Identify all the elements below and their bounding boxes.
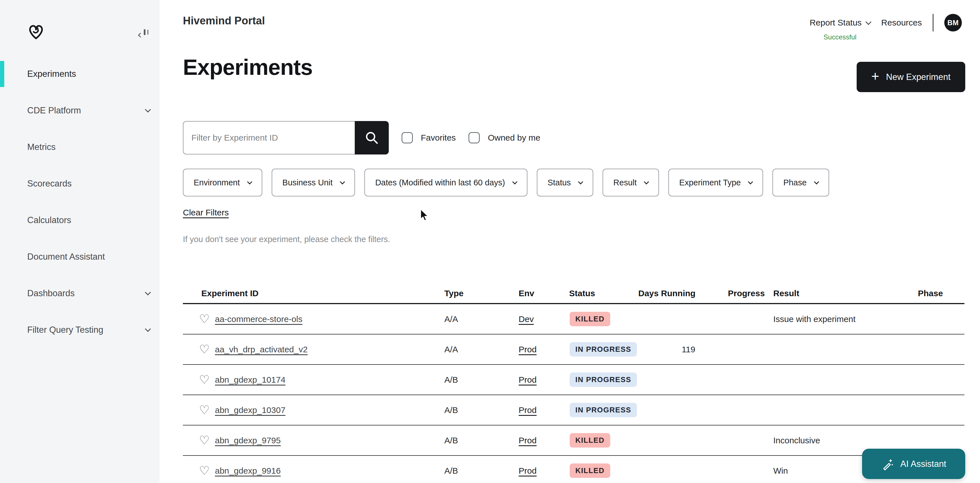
filter-dropdown-label: Status bbox=[547, 178, 571, 187]
favorite-button[interactable]: ♡ bbox=[183, 435, 212, 446]
heart-icon: ♡ bbox=[199, 373, 210, 386]
env-link[interactable]: Dev bbox=[516, 315, 534, 324]
filters-row: Environment Business Unit Dates (Modifie… bbox=[183, 168, 829, 196]
search-icon bbox=[364, 130, 379, 145]
filter-dropdown-label: Result bbox=[613, 178, 636, 187]
favorite-button[interactable]: ♡ bbox=[183, 343, 212, 356]
sidebar-collapse-button[interactable] bbox=[138, 26, 151, 38]
type-cell: A/B bbox=[442, 375, 516, 384]
table-header-row: Experiment ID Type Env Status Days Runni… bbox=[183, 283, 964, 304]
env-link[interactable]: Prod bbox=[516, 405, 536, 415]
sidebar-item[interactable]: Filter Query Testing bbox=[0, 311, 160, 348]
filter-dropdown[interactable]: Business Unit bbox=[272, 168, 355, 196]
filter-dropdown[interactable]: Experiment Type bbox=[668, 168, 763, 196]
chevron-down-icon bbox=[340, 179, 345, 184]
clear-filters-link[interactable]: Clear Filters bbox=[183, 208, 229, 218]
table-row: ♡ abn_gdexp_9916 A/B Prod KILLED Win bbox=[183, 456, 964, 483]
experiment-id-link[interactable]: abn_gdexp_9916 bbox=[212, 466, 442, 476]
sidebar-item[interactable]: CDE Platform bbox=[0, 92, 160, 129]
result-cell: Issue with experiment bbox=[770, 315, 915, 324]
chevron-down-icon bbox=[814, 179, 819, 184]
checkbox-group: Favorites Owned by me bbox=[389, 132, 540, 143]
table-row: ♡ abn_gdexp_10307 A/B Prod IN PROGRESS bbox=[183, 395, 964, 426]
column-header: Progress bbox=[725, 289, 770, 298]
type-cell: A/A bbox=[442, 315, 516, 324]
plus-icon: + bbox=[872, 70, 879, 83]
experiments-table-body: ♡ aa-commerce-store-ols A/A Dev KILLED I… bbox=[183, 304, 964, 483]
heart-logo-glyph bbox=[27, 23, 45, 41]
checkbox-icon[interactable] bbox=[401, 132, 413, 143]
heart-icon: ♡ bbox=[199, 404, 210, 417]
type-cell: A/B bbox=[442, 405, 516, 415]
filter-dropdown-label: Experiment Type bbox=[679, 178, 741, 187]
new-experiment-button[interactable]: + New Experiment bbox=[857, 62, 965, 92]
search-row: Favorites Owned by me bbox=[183, 121, 540, 154]
experiment-id-link[interactable]: aa_vh_drp_activated_v2 bbox=[212, 345, 442, 354]
env-link[interactable]: Prod bbox=[516, 436, 536, 445]
column-header: Result bbox=[770, 289, 915, 298]
ai-assistant-button[interactable]: AI Assistant bbox=[862, 449, 965, 479]
favorite-button[interactable]: ♡ bbox=[183, 374, 212, 386]
sidebar-item-label: Scorecards bbox=[27, 179, 72, 189]
column-header: Experiment ID bbox=[183, 289, 442, 298]
status-badge: IN PROGRESS bbox=[570, 342, 637, 357]
filter-dropdown[interactable]: Dates (Modified within last 60 days) bbox=[364, 168, 527, 196]
sidebar-item[interactable]: Metrics bbox=[0, 129, 160, 165]
checkbox-icon[interactable] bbox=[468, 132, 480, 143]
filter-dropdown-label: Environment bbox=[194, 178, 240, 187]
collapse-panel-icon bbox=[144, 29, 145, 35]
search-button[interactable] bbox=[355, 121, 389, 154]
experiment-id-filter-input[interactable] bbox=[183, 121, 355, 154]
days-running-cell: 119 bbox=[635, 345, 725, 354]
experiment-id-link[interactable]: abn_gdexp_10174 bbox=[212, 375, 442, 384]
filter-dropdown[interactable]: Environment bbox=[183, 168, 262, 196]
filter-dropdown-label: Phase bbox=[783, 178, 807, 187]
main-content: Hivemind Portal Report Status Successful… bbox=[160, 0, 980, 483]
filter-dropdown-label: Business Unit bbox=[282, 178, 332, 187]
status-badge: IN PROGRESS bbox=[570, 403, 637, 417]
user-avatar[interactable]: BM bbox=[944, 14, 962, 32]
sidebar-item[interactable]: Experiments bbox=[0, 56, 160, 92]
env-link[interactable]: Prod bbox=[516, 345, 536, 354]
filter-dropdown[interactable]: Phase bbox=[772, 168, 829, 196]
favorite-button[interactable]: ♡ bbox=[183, 404, 212, 416]
report-status-menu[interactable]: Report Status Successful bbox=[810, 18, 870, 27]
result-cell: Inconclusive bbox=[770, 436, 915, 445]
sidebar: Experiments CDE Platform Metrics Scoreca… bbox=[0, 0, 160, 483]
column-header: Days Running bbox=[635, 289, 725, 298]
sidebar-item-label: Experiments bbox=[27, 69, 76, 79]
chevron-down-icon bbox=[644, 179, 649, 184]
sidebar-item[interactable]: Dashboards bbox=[0, 275, 160, 311]
brand-logo-icon[interactable] bbox=[27, 23, 45, 41]
sidebar-item[interactable]: Calculators bbox=[0, 202, 160, 238]
experiment-id-link[interactable]: abn_gdexp_10307 bbox=[212, 405, 442, 415]
column-header: Status bbox=[566, 289, 635, 298]
app-root: Experiments CDE Platform Metrics Scoreca… bbox=[0, 0, 980, 483]
new-experiment-label: New Experiment bbox=[886, 72, 950, 82]
status-badge: KILLED bbox=[570, 464, 610, 478]
resources-link[interactable]: Resources bbox=[881, 18, 922, 27]
heart-icon: ♡ bbox=[199, 312, 210, 326]
experiment-id-link[interactable]: abn_gdexp_9795 bbox=[212, 436, 442, 445]
report-status-label: Report Status bbox=[810, 18, 861, 27]
search-group bbox=[183, 121, 389, 154]
filter-dropdown[interactable]: Status bbox=[537, 168, 593, 196]
filter-checkbox[interactable]: Owned by me bbox=[468, 132, 540, 143]
filter-checkbox[interactable]: Favorites bbox=[401, 132, 456, 143]
column-header: Env bbox=[516, 289, 566, 298]
env-link[interactable]: Prod bbox=[516, 466, 536, 476]
chevron-down-icon bbox=[145, 289, 151, 296]
filter-dropdown[interactable]: Result bbox=[603, 168, 659, 196]
sidebar-nav: Experiments CDE Platform Metrics Scoreca… bbox=[0, 56, 160, 348]
report-status-value: Successful bbox=[824, 33, 856, 41]
column-header: Type bbox=[442, 289, 516, 298]
env-link[interactable]: Prod bbox=[516, 375, 536, 384]
topbar-actions: Report Status Successful Resources BM bbox=[810, 14, 962, 32]
ai-assistant-label: AI Assistant bbox=[900, 459, 946, 469]
sidebar-item[interactable]: Document Assistant bbox=[0, 238, 160, 275]
favorite-button[interactable]: ♡ bbox=[183, 465, 212, 477]
chevron-down-icon bbox=[247, 179, 252, 184]
sidebar-item[interactable]: Scorecards bbox=[0, 165, 160, 202]
experiment-id-link[interactable]: aa-commerce-store-ols bbox=[212, 315, 442, 324]
favorite-button[interactable]: ♡ bbox=[183, 313, 212, 325]
